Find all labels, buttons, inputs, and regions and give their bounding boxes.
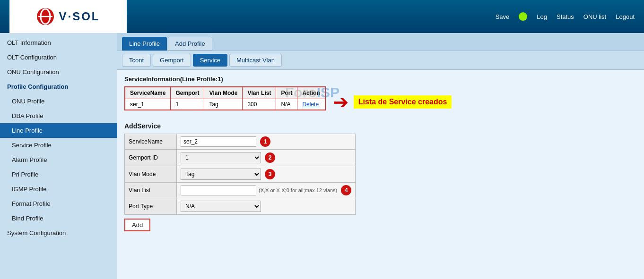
table-row: ser_1 1 Tag 300 N/A Delete <box>125 99 325 110</box>
col-vlan-list: Vlan List <box>243 87 276 99</box>
gemport-id-label: Gemport ID <box>125 150 177 166</box>
form-row-port-type: Port Type N/A ETH IP <box>125 198 356 215</box>
header-right: Save Log Status ONU list Logout <box>496 12 635 21</box>
logo-text: V·SOL <box>59 10 100 23</box>
sidebar-item-bind-profile[interactable]: Bind Profile <box>0 211 117 226</box>
vlan-mode-cell: Tag Transparent Trunk 3 <box>177 166 356 183</box>
vlan-mode-select[interactable]: Tag Transparent Trunk <box>181 169 261 180</box>
sub-tab-tcont[interactable]: Tcont <box>122 54 151 67</box>
col-gemport: Gemport <box>171 87 204 99</box>
main-content: Line Profile Add Profile Tcont Gemport S… <box>117 33 644 279</box>
form-row-vlan-mode: Vlan Mode Tag Transparent Trunk 3 <box>125 166 356 183</box>
sidebar-item-igmp-profile[interactable]: IGMP Profile <box>0 182 117 196</box>
sidebar-item-olt-config[interactable]: OLT Configuration <box>0 50 117 65</box>
vlan-list-input[interactable] <box>181 185 256 195</box>
tab-add-profile[interactable]: Add Profile <box>168 37 212 51</box>
sub-tab-multicast-vlan[interactable]: Multicast Vlan <box>229 54 282 67</box>
gemport-id-select[interactable]: 1 2 3 4 <box>181 152 261 163</box>
sidebar-item-pri-profile[interactable]: Pri Profile <box>0 167 117 182</box>
step-badge-4: 4 <box>341 185 351 195</box>
port-type-select[interactable]: N/A ETH IP <box>181 201 261 212</box>
port-type-label: Port Type <box>125 198 177 215</box>
port-type-cell: N/A ETH IP <box>177 198 356 215</box>
step-badge-1: 1 <box>260 136 270 147</box>
annotation-label: Lista de Service creados <box>354 95 452 109</box>
service-name-input[interactable] <box>181 136 256 147</box>
col-service-name: ServiceName <box>125 87 171 99</box>
sidebar-item-onu-profile[interactable]: ONU Profile <box>0 94 117 109</box>
annotation-area: ➔ Lista de Service creados <box>333 93 452 111</box>
sidebar-item-dba-profile[interactable]: DBA Profile <box>0 109 117 123</box>
log-link[interactable]: Log <box>537 13 547 20</box>
status-link[interactable]: Status <box>557 13 574 20</box>
top-tabs: Line Profile Add Profile <box>117 33 644 51</box>
sub-tab-gemport[interactable]: Gemport <box>153 54 191 67</box>
add-service-title: AddService <box>124 122 637 130</box>
sub-tab-service[interactable]: Service <box>193 54 227 67</box>
vsol-logo-icon <box>36 7 55 26</box>
col-action: Action <box>297 87 325 99</box>
logo-area: V·SOL <box>9 0 127 33</box>
sidebar-item-olt-info[interactable]: OLT Information <box>0 35 117 50</box>
col-port: Port <box>276 87 297 99</box>
service-name-cell: 1 <box>177 134 356 150</box>
delete-link[interactable]: Delete <box>302 101 319 108</box>
vlan-list-cell: (X,X or X-X;0 for all;max 12 vlans) 4 <box>177 183 356 198</box>
onu-list-link[interactable]: ONU list <box>583 13 606 20</box>
cell-vlan-mode: Tag <box>204 99 243 110</box>
sidebar-item-profile-config[interactable]: Profile Configuration <box>0 79 117 94</box>
vlan-mode-label: Vlan Mode <box>125 166 177 183</box>
arrow-icon: ➔ <box>333 93 349 111</box>
service-table: ServiceName Gemport Vlan Mode Vlan List … <box>124 86 326 110</box>
form-row-service-name: ServiceName 1 <box>125 134 356 150</box>
layout: OLT Information OLT Configuration ONU Co… <box>0 33 644 279</box>
vlan-list-hint: (X,X or X-X;0 for all;max 12 vlans) <box>259 187 337 193</box>
sidebar: OLT Information OLT Configuration ONU Co… <box>0 33 117 279</box>
cell-vlan-list: 300 <box>243 99 276 110</box>
cell-port: N/A <box>276 99 297 110</box>
step-badge-2: 2 <box>265 152 275 163</box>
tab-line-profile[interactable]: Line Profile <box>122 37 167 51</box>
add-service-form: ServiceName 1 Gemport ID 1 <box>124 134 356 215</box>
service-info-title: ServiceInformation(Line Profile:1) <box>124 76 637 83</box>
header: V·SOL Save Log Status ONU list Logout <box>0 0 644 33</box>
cell-service-name: ser_1 <box>125 99 171 110</box>
service-name-label: ServiceName <box>125 134 177 150</box>
sidebar-item-alarm-profile[interactable]: Alarm Profile <box>0 152 117 167</box>
logout-link[interactable]: Logout <box>616 13 635 20</box>
gemport-id-cell: 1 2 3 4 2 <box>177 150 356 166</box>
status-dot <box>519 12 527 21</box>
add-button[interactable]: Add <box>124 219 150 231</box>
sidebar-item-line-profile[interactable]: Line Profile <box>0 123 117 138</box>
save-label: Save <box>496 13 510 20</box>
sub-tabs: Tcont Gemport Service Multicast Vlan <box>117 51 644 70</box>
form-row-vlan-list: Vlan List (X,X or X-X;0 for all;max 12 v… <box>125 183 356 198</box>
sidebar-item-format-profile[interactable]: Format Profile <box>0 196 117 211</box>
cell-gemport: 1 <box>171 99 204 110</box>
sidebar-item-onu-config[interactable]: ONU Configuration <box>0 65 117 79</box>
col-vlan-mode: Vlan Mode <box>204 87 243 99</box>
sidebar-item-system-config[interactable]: System Configuration <box>0 226 117 240</box>
content-area: ServiceInformation(Line Profile:1) Servi… <box>117 70 644 237</box>
vlan-list-label: Vlan List <box>125 183 177 198</box>
step-badge-3: 3 <box>265 169 275 179</box>
form-row-gemport-id: Gemport ID 1 2 3 4 2 <box>125 150 356 166</box>
sidebar-item-service-profile[interactable]: Service Profile <box>0 138 117 152</box>
